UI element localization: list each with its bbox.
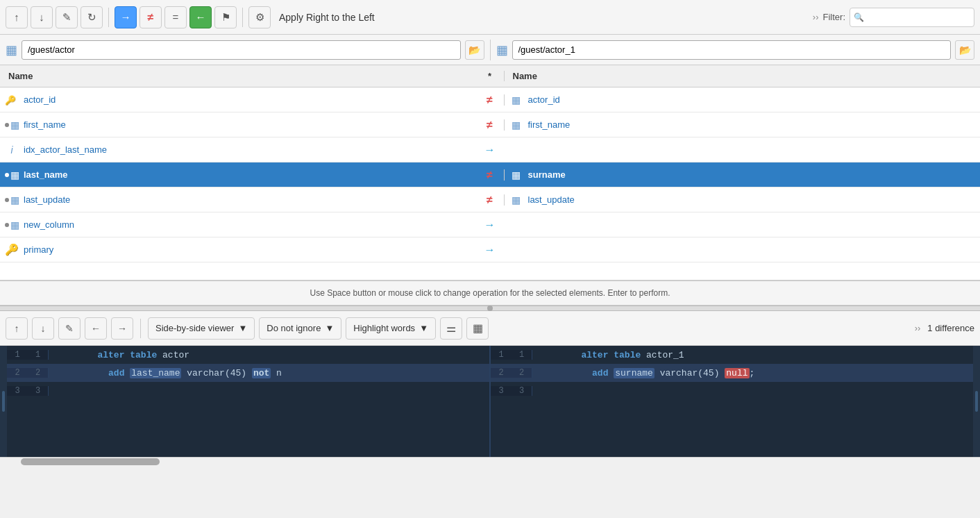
- eq-button[interactable]: =: [164, 6, 187, 28]
- splitter[interactable]: [0, 306, 980, 311]
- table-row[interactable]: ▦ last_update ≠ ▦ last_update: [0, 187, 980, 212]
- row-mid: →: [476, 144, 504, 156]
- settings-button[interactable]: ⚌: [440, 317, 462, 340]
- path-section-left: ▦ 📂: [6, 40, 484, 60]
- row-name-left: new_column: [24, 219, 74, 230]
- left-edge-handle: [0, 346, 7, 457]
- status-bar: Use Space button or mouse click to chang…: [0, 281, 980, 306]
- viewer-dropdown[interactable]: Side-by-side viewer ▼: [148, 317, 255, 340]
- up-button[interactable]: ↑: [6, 6, 28, 28]
- row-name-right: last_update: [528, 194, 575, 205]
- line-num-1b: 1: [28, 350, 49, 360]
- scrollbar-area: [0, 457, 980, 465]
- key-icon: 🔑: [4, 243, 19, 256]
- right-folder-button[interactable]: 📂: [955, 40, 974, 60]
- diff-line-highlighted-right: 2 2 add surname varchar(45) null;: [491, 364, 973, 382]
- row-mid: →: [476, 244, 504, 256]
- arrow-right-button[interactable]: →: [115, 6, 137, 28]
- row-right: ▦ first_name: [504, 119, 981, 131]
- highlight-chevron-icon: ▼: [419, 323, 428, 333]
- table-row[interactable]: i idx_actor_last_name →: [0, 137, 980, 162]
- row-mid: ≠: [476, 169, 504, 181]
- path-section-right: ▦ 📂: [496, 40, 975, 60]
- svg-text:🔑: 🔑: [5, 94, 17, 106]
- dot-table-icon: ▦: [4, 219, 19, 231]
- bottom-toolbar: ↑ ↓ ✎ ← → Side-by-side viewer ▼ Do not i…: [0, 311, 980, 346]
- bottom-edit-button[interactable]: ✎: [58, 317, 81, 340]
- row-left: 🔑 actor_id: [0, 94, 476, 106]
- status-message: Use Space button or mouse click to chang…: [310, 288, 670, 298]
- row-left: ▦ last_name: [0, 169, 476, 181]
- divider-3: [140, 319, 141, 338]
- table-row[interactable]: ▦ first_name ≠ ▦ first_name: [0, 112, 980, 137]
- bottom-back-button[interactable]: ←: [85, 317, 107, 340]
- neq-button[interactable]: ≠: [140, 6, 162, 28]
- line-num-3b: 3: [28, 386, 49, 396]
- neq-icon-selected: ≠: [487, 169, 493, 181]
- filter-area: ›› Filter: 🔍: [813, 8, 974, 27]
- line-num-r2b: 2: [512, 368, 532, 378]
- col-star: *: [476, 71, 504, 81]
- path-bar: ▦ 📂 ▦ 📂: [0, 35, 980, 65]
- diff-count: 1 difference: [927, 323, 974, 333]
- line-num-r1: 1: [491, 350, 512, 360]
- col-name-left: Name: [0, 71, 476, 81]
- row-mid: ≠: [476, 194, 504, 206]
- table-icon: ▦: [509, 94, 524, 106]
- row-left: ▦ last_update: [0, 194, 476, 206]
- refresh-button[interactable]: ↻: [81, 6, 103, 28]
- viewer-label: Side-by-side viewer: [155, 323, 234, 333]
- bottom-down-button[interactable]: ↓: [32, 317, 54, 340]
- row-name-left: first_name: [24, 119, 66, 130]
- highlight-dropdown[interactable]: Highlight words ▼: [346, 317, 436, 340]
- flag-button[interactable]: ⚑: [214, 6, 237, 28]
- left-path-input[interactable]: [22, 40, 461, 60]
- left-folder-button[interactable]: 📂: [465, 40, 484, 60]
- viewer-chevron-icon: ▼: [238, 323, 247, 333]
- line-num-2b: 2: [28, 368, 49, 378]
- bottom-up-button[interactable]: ↑: [6, 317, 28, 340]
- index-icon: i: [4, 144, 19, 156]
- diff-line: 3 3: [491, 382, 973, 400]
- down-button[interactable]: ↓: [31, 6, 53, 28]
- columns-button[interactable]: ▦: [466, 317, 489, 340]
- gear-button[interactable]: ⚙: [248, 6, 271, 28]
- table-row[interactable]: ▦ last_name ≠ ▦ surname: [0, 162, 980, 187]
- row-name-right: first_name: [528, 119, 571, 130]
- path-divider: [490, 40, 491, 60]
- scrollbar-thumb[interactable]: [21, 458, 160, 465]
- right-path-input[interactable]: [512, 40, 952, 60]
- table-row[interactable]: 🔑 primary →: [0, 237, 980, 262]
- divider-2: [242, 8, 243, 27]
- arrow-right-icon: →: [484, 144, 496, 156]
- ignore-dropdown[interactable]: Do not ignore ▼: [259, 317, 341, 340]
- arrow-left-button[interactable]: ←: [189, 6, 212, 28]
- line-num-2: 2: [7, 368, 28, 378]
- filter-input[interactable]: [850, 8, 974, 27]
- dot-table-icon: ▦: [4, 119, 19, 131]
- table-header: Name * Name: [0, 65, 980, 87]
- row-mid: ≠: [476, 94, 504, 106]
- line-num-r2: 2: [491, 368, 512, 378]
- filter-search-icon: 🔍: [854, 12, 864, 22]
- edit-button[interactable]: ✎: [56, 6, 78, 28]
- diff-line: 3 3: [7, 382, 489, 400]
- arrow-right-icon: →: [484, 244, 496, 256]
- splitter-handle: [487, 306, 493, 311]
- bottom-fwd-button[interactable]: →: [111, 317, 133, 340]
- key-table-icon: 🔑: [4, 94, 19, 106]
- line-num-1: 1: [7, 350, 28, 360]
- dot-table-icon: ▦: [4, 194, 19, 206]
- row-mid: →: [476, 219, 504, 231]
- dot-table-icon-selected: ▦: [4, 169, 19, 181]
- diff-line-highlighted: 2 2 add last_name varchar(45) not n: [7, 364, 489, 382]
- row-name-left: idx_actor_last_name: [24, 144, 107, 155]
- table-row[interactable]: 🔑 actor_id ≠ ▦ actor_id: [0, 87, 980, 112]
- row-left: ▦ new_column: [0, 219, 476, 231]
- table-row[interactable]: ▦ new_column →: [0, 212, 980, 237]
- right-table-icon: ▦: [496, 42, 508, 58]
- row-name-left: last_update: [24, 194, 70, 205]
- main-toolbar: ↑ ↓ ✎ ↻ → ≠ = ← ⚑ ⚙ Apply Right to the L…: [0, 0, 980, 35]
- line-num-r3: 3: [491, 386, 512, 396]
- row-name-left: primary: [24, 244, 53, 255]
